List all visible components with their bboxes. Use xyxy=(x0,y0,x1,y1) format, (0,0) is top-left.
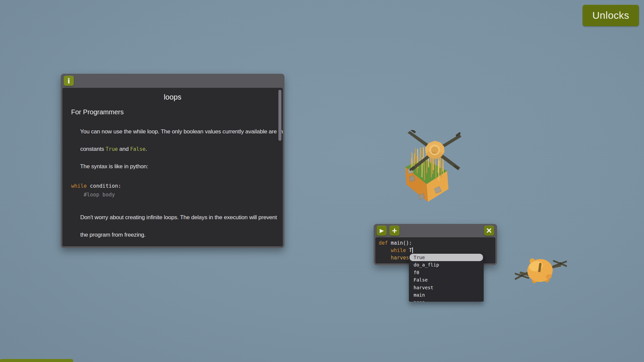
autocomplete-item-main[interactable]: main xyxy=(409,291,484,299)
code-text: condition: xyxy=(87,183,121,189)
paragraph-line: constants xyxy=(80,146,106,152)
info-panel-scrollbar xyxy=(278,90,281,242)
paragraph-line: the program from freezing. xyxy=(80,232,146,238)
plus-icon[interactable]: + xyxy=(389,226,399,236)
paragraph-line: The syntax is like in python: xyxy=(80,163,148,170)
code-line: while condition: xyxy=(71,182,274,190)
code-line-comment: #loop body xyxy=(71,190,274,199)
scene-background: { "colors": { "background": "#7b92a2", "… xyxy=(0,0,644,362)
inline-code-true: True xyxy=(106,146,118,152)
paragraph-infinite-loops: Don't worry about creating infinite loop… xyxy=(71,204,274,246)
paragraph-text: and xyxy=(118,146,130,152)
code-block-while-syntax: while condition: #loop body xyxy=(71,182,274,199)
autocomplete-item-false[interactable]: False xyxy=(409,276,484,284)
bottom-left-button[interactable] xyxy=(0,359,73,362)
keyword-while: while xyxy=(71,183,87,189)
keyword-def: def xyxy=(379,240,388,246)
inline-code-false: False xyxy=(130,146,146,152)
autocomplete-item-harvest[interactable]: harvest xyxy=(409,284,484,291)
code-line: def main(): xyxy=(379,239,495,247)
section-heading-programmers: For Programmers xyxy=(71,108,274,116)
editor-header[interactable]: ▶ + × xyxy=(375,224,495,237)
autocomplete-dropdown: True do_a_flip f0 False harvest main pas… xyxy=(409,253,484,302)
info-panel-body: loops For Programmers You can now use th… xyxy=(62,88,283,246)
code-text: T xyxy=(406,247,412,253)
play-icon[interactable]: ▶ xyxy=(377,226,387,236)
info-icon[interactable]: i xyxy=(64,76,74,86)
paragraph-line: You can now use the while loop. The only… xyxy=(80,128,283,135)
paragraph-while-loop: You can now use the while loop. The only… xyxy=(71,119,274,180)
scrollbar-thumb[interactable] xyxy=(278,90,281,141)
code-text: main(): xyxy=(388,240,412,246)
autocomplete-item-f0[interactable]: f0 xyxy=(409,269,484,276)
unlocks-button[interactable]: Unlocks xyxy=(583,5,639,26)
text-cursor xyxy=(412,247,413,253)
close-icon[interactable]: × xyxy=(484,226,494,236)
paragraph-line: Don't worry about creating infinite loop… xyxy=(80,214,277,221)
autocomplete-item-do-a-flip[interactable]: do_a_flip xyxy=(409,261,484,268)
info-panel-header: i xyxy=(62,74,283,88)
piggy-body xyxy=(526,257,554,284)
hay-tile-drone-sprite xyxy=(402,130,461,203)
paragraph-text: . xyxy=(146,146,147,152)
autocomplete-item-pass[interactable]: pass xyxy=(409,299,484,302)
piggy-bank-drone-sprite xyxy=(515,250,567,290)
page-title: loops xyxy=(71,93,274,102)
info-panel: i loops For Programmers You can now use … xyxy=(61,74,284,248)
keyword-while: while xyxy=(379,247,406,253)
autocomplete-item-true[interactable]: True xyxy=(410,254,483,261)
